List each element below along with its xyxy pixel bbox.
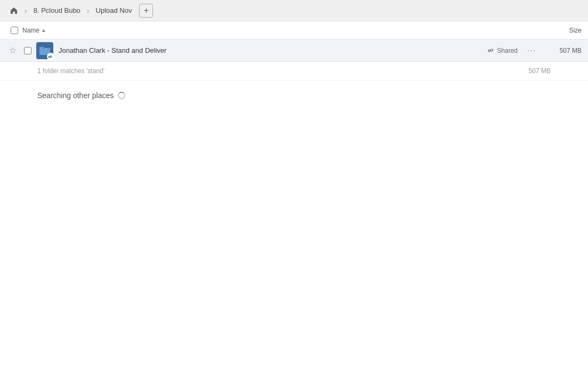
column-name-label: Name	[22, 27, 39, 34]
shared-badge: Shared	[488, 47, 518, 54]
loading-spinner	[118, 92, 125, 99]
header-checkbox-area	[6, 27, 22, 34]
row-select-checkbox[interactable]	[24, 47, 31, 54]
breadcrumb-pcloud-bubo[interactable]: 8. Pcloud Bubo	[30, 5, 84, 16]
results-summary-size: 507 MB	[529, 67, 551, 75]
row-more-actions[interactable]: ···	[524, 46, 539, 55]
sort-arrow-icon: ▲	[41, 27, 46, 33]
link-badge-icon	[47, 53, 54, 60]
breadcrumb-separator-1: ›	[25, 6, 27, 15]
shared-label: Shared	[497, 47, 518, 54]
row-file-size: 507 MB	[544, 47, 582, 54]
results-summary-row: 1 folder matches 'stand' 507 MB	[0, 62, 588, 81]
star-button[interactable]	[6, 47, 19, 54]
folder-icon	[36, 42, 53, 59]
file-name: Jonathan Clark - Stand and Deliver	[59, 46, 488, 54]
top-bar: › 8. Pcloud Bubo › Upload Nov +	[0, 0, 588, 21]
file-row[interactable]: Jonathan Clark - Stand and Deliver Share…	[0, 39, 588, 62]
link-icon	[488, 47, 495, 54]
home-button[interactable]	[6, 3, 21, 18]
breadcrumb-upload-nov[interactable]: Upload Nov	[93, 5, 135, 16]
add-folder-button[interactable]: +	[139, 4, 153, 18]
results-summary-text: 1 folder matches 'stand'	[37, 67, 104, 75]
column-name-header[interactable]: Name ▲	[22, 27, 534, 34]
searching-section: Searching other places	[0, 81, 588, 110]
select-all-checkbox[interactable]	[11, 27, 18, 34]
main-content: Name ▲ Size	[0, 21, 588, 384]
column-headers: Name ▲ Size	[0, 21, 588, 39]
row-checkbox-area[interactable]	[21, 47, 34, 54]
column-size-header[interactable]: Size	[534, 27, 582, 34]
app-container: › 8. Pcloud Bubo › Upload Nov + Name ▲ S…	[0, 0, 588, 384]
breadcrumb-separator-2: ›	[87, 6, 90, 15]
searching-label: Searching other places	[37, 91, 114, 100]
